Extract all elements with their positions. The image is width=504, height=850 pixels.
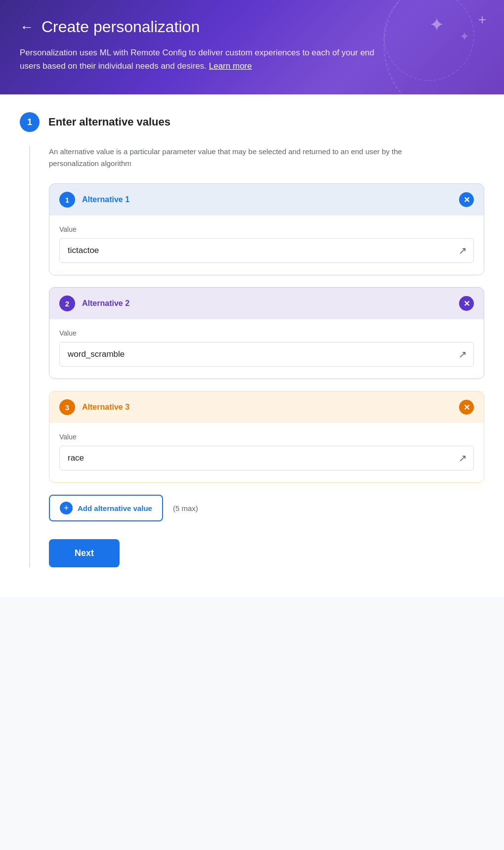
add-alternative-label: Add alternative value — [78, 504, 152, 512]
header-top: ← Create personalization — [20, 18, 484, 36]
alt-card-header-2: 2 Alternative 2 ✕ — [49, 288, 484, 319]
alt-card-header-3: 3 Alternative 3 ✕ — [49, 391, 484, 423]
back-button[interactable]: ← — [20, 19, 34, 35]
expand-icon-3[interactable]: ↗ — [459, 452, 467, 464]
header-banner: ← Create personalization ✦ ✦ + Personali… — [0, 0, 504, 94]
alt-card-body-3: Value ↗ — [49, 423, 484, 482]
alt-number-3: 3 — [59, 399, 75, 415]
value-input-wrapper-2: ↗ — [59, 342, 474, 367]
expand-icon-1[interactable]: ↗ — [459, 245, 467, 256]
alt-card-body-2: Value ↗ — [49, 319, 484, 379]
plus-icon: + — [478, 12, 486, 28]
value-label-2: Value — [59, 329, 474, 337]
value-input-wrapper-3: ↗ — [59, 446, 474, 470]
step-header: 1 Enter alternative values — [20, 112, 484, 132]
alt-card-left-1: 1 Alternative 1 — [59, 192, 129, 208]
close-alt-1-button[interactable]: ✕ — [459, 192, 474, 207]
alt-label-2: Alternative 2 — [82, 299, 129, 308]
alternative-card-2: 2 Alternative 2 ✕ Value ↗ — [49, 287, 484, 379]
alt-card-left-3: 3 Alternative 3 — [59, 399, 129, 415]
add-alternative-button[interactable]: + Add alternative value — [49, 495, 163, 521]
alt-label-1: Alternative 1 — [82, 195, 129, 204]
alt-card-left-2: 2 Alternative 2 — [59, 296, 129, 311]
step-title: Enter alternative values — [48, 116, 170, 128]
alternative-card-1: 1 Alternative 1 ✕ Value ↗ — [49, 183, 484, 275]
value-input-1[interactable] — [59, 238, 474, 263]
close-alt-2-button[interactable]: ✕ — [459, 296, 474, 311]
step-content: An alternative value is a particular par… — [29, 146, 484, 567]
max-label: (5 max) — [173, 504, 198, 512]
sparkle-icon-1: ✦ — [429, 14, 445, 36]
step-number-badge: 1 — [20, 112, 40, 132]
value-label-1: Value — [59, 225, 474, 233]
alt-number-1: 1 — [59, 192, 75, 208]
alt-label-3: Alternative 3 — [82, 403, 129, 412]
add-alternative-row: + Add alternative value (5 max) — [49, 495, 484, 521]
expand-icon-2[interactable]: ↗ — [459, 348, 467, 360]
alt-card-header-1: 1 Alternative 1 ✕ — [49, 184, 484, 215]
value-input-3[interactable] — [59, 446, 474, 470]
value-input-2[interactable] — [59, 342, 474, 367]
learn-more-link[interactable]: Learn more — [209, 61, 252, 71]
value-label-3: Value — [59, 433, 474, 441]
alternative-card-3: 3 Alternative 3 ✕ Value ↗ — [49, 391, 484, 483]
close-alt-3-button[interactable]: ✕ — [459, 400, 474, 415]
alt-number-2: 2 — [59, 296, 75, 311]
value-input-wrapper-1: ↗ — [59, 238, 474, 263]
main-content: 1 Enter alternative values An alternativ… — [0, 94, 504, 597]
header-description: Personalization uses ML with Remote Conf… — [20, 46, 395, 73]
page-title: Create personalization — [42, 18, 200, 36]
next-button[interactable]: Next — [49, 539, 120, 567]
step-description: An alternative value is a particular par… — [49, 146, 415, 170]
add-plus-icon: + — [60, 502, 73, 514]
sparkle-icon-2: ✦ — [460, 30, 469, 43]
alt-card-body-1: Value ↗ — [49, 215, 484, 275]
